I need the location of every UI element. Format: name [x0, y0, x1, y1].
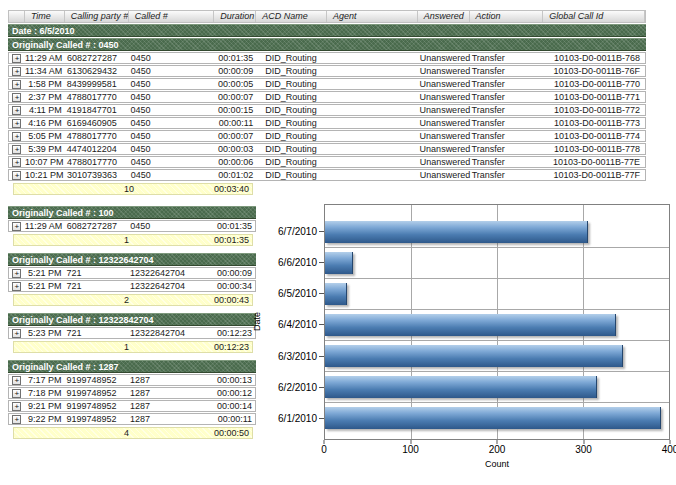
acd-name-cell: DID_Routing	[256, 53, 327, 63]
duration-cell: 00:01:02	[214, 170, 256, 180]
bar-6-5-2010	[325, 283, 347, 305]
chart-band	[325, 403, 669, 433]
duration-cell: 00:00:34	[213, 281, 255, 291]
table-row: +11:29 AM6082727287045000:01:35DID_Routi…	[8, 52, 646, 64]
group-summary-row: 1000:03:40	[13, 183, 253, 195]
time-cell: 5:21 PM	[25, 268, 65, 278]
expand-icon[interactable]: +	[12, 282, 21, 291]
expand-icon[interactable]: +	[12, 415, 21, 424]
time-cell: 9:22 PM	[25, 414, 65, 424]
global-call-id-cell: 10103-D0-0011B-773	[543, 118, 645, 128]
expand-icon[interactable]: +	[12, 158, 21, 167]
group-call-count: 1	[124, 342, 184, 352]
called-cell: 0450	[129, 105, 215, 115]
action-cell: Transfer	[470, 66, 544, 76]
time-cell: 4:16 PM	[25, 118, 65, 128]
duration-cell: 00:12:23	[213, 328, 255, 338]
expand-icon[interactable]: +	[12, 132, 21, 141]
column-header-time: Time	[25, 11, 65, 22]
calling-party-cell: 9199748952	[65, 414, 128, 424]
acd-name-cell: DID_Routing	[256, 131, 327, 141]
expand-cell: +	[9, 119, 25, 128]
expand-icon[interactable]: +	[12, 222, 21, 231]
expand-cell: +	[9, 171, 25, 180]
bar-chart: Date 6/7/20106/6/20106/5/20106/4/20106/3…	[250, 204, 674, 476]
table-row: +4:16 PM6169460905045000:00:11DID_Routin…	[8, 117, 646, 129]
column-header-calling-party-: Calling party #	[65, 11, 129, 22]
duration-cell: 00:00:03	[214, 144, 256, 154]
y-tick-row: 6/5/2010	[264, 278, 324, 309]
expand-icon[interactable]: +	[12, 54, 21, 63]
global-call-id-cell: 10103-D0-0011B-774	[543, 131, 645, 141]
table-header-row: TimeCalling party #Called #DurationACD N…	[8, 10, 646, 23]
table-row: +5:23 PM7211232284270400:12:23	[8, 327, 256, 339]
expand-cell: +	[9, 80, 25, 89]
called-cell: 1287	[128, 414, 213, 424]
group-total-duration: 00:12:23	[184, 342, 252, 352]
group-header-bar: Originally Called # : 100	[8, 206, 256, 219]
expand-icon[interactable]: +	[12, 67, 21, 76]
calling-party-cell: 6082727287	[65, 221, 128, 231]
called-cell: 12322842704	[128, 328, 213, 338]
duration-cell: 00:00:12	[213, 388, 255, 398]
expand-icon[interactable]: +	[12, 93, 21, 102]
expand-icon[interactable]: +	[12, 376, 21, 385]
expand-cell: +	[9, 329, 25, 338]
expand-cell: +	[9, 415, 25, 424]
expand-icon[interactable]: +	[12, 402, 21, 411]
x-tick-label: 100	[402, 444, 419, 455]
expand-icon[interactable]: +	[12, 80, 21, 89]
expand-cell: +	[9, 106, 25, 115]
bar-6-4-2010	[325, 314, 616, 336]
called-cell: 0450	[128, 221, 213, 231]
x-axis-title: Count	[324, 456, 670, 474]
answered-cell: Unanswered	[418, 92, 470, 102]
global-call-id-cell: 10103-D0-0011B-771	[543, 92, 645, 102]
acd-name-cell: DID_Routing	[256, 170, 327, 180]
table-row: +11:34 AM6130629432045000:00:09DID_Routi…	[8, 65, 646, 77]
column-header-action: Action	[470, 11, 544, 22]
table-row: +10:21 PM3010739363045000:01:02DID_Routi…	[8, 169, 646, 181]
called-cell: 0450	[129, 157, 215, 167]
y-tick-row: 6/3/2010	[264, 341, 324, 372]
called-cell: 1287	[128, 401, 213, 411]
bar-6-2-2010	[325, 376, 597, 398]
time-cell: 1:58 PM	[25, 79, 65, 89]
expand-icon[interactable]: +	[12, 106, 21, 115]
acd-name-cell: DID_Routing	[256, 144, 327, 154]
duration-cell: 00:00:11	[213, 414, 255, 424]
time-cell: 2:37 PM	[25, 92, 65, 102]
action-cell: Transfer	[470, 131, 544, 141]
y-tick-label: 6/4/2010	[278, 319, 317, 330]
call-group-section: Originally Called # : 12322642704+5:21 P…	[8, 253, 258, 306]
y-tick-row: 6/2/2010	[264, 372, 324, 403]
expand-icon[interactable]: +	[12, 389, 21, 398]
answered-cell: Unanswered	[418, 105, 470, 115]
expand-icon[interactable]: +	[12, 119, 21, 128]
called-cell: 0450	[129, 53, 215, 63]
expand-column-header	[9, 11, 25, 22]
acd-name-cell: DID_Routing	[256, 157, 327, 167]
calling-party-cell: 9199748952	[65, 401, 128, 411]
duration-cell: 00:00:15	[214, 105, 256, 115]
y-tick-label: 6/2/2010	[278, 382, 317, 393]
expand-icon[interactable]: +	[12, 171, 21, 180]
narrow-sections-host: Originally Called # : 100+11:29 AM608272…	[8, 206, 258, 446]
calling-party-cell: 8439999581	[65, 79, 129, 89]
column-header-acd-name: ACD Name	[256, 11, 327, 22]
answered-cell: Unanswered	[418, 66, 470, 76]
expand-icon[interactable]: +	[12, 145, 21, 154]
group-call-count: 1	[124, 235, 184, 245]
calling-party-cell: 6169460905	[65, 118, 129, 128]
column-header-called-: Called #	[129, 11, 215, 22]
expand-cell: +	[9, 93, 25, 102]
y-tick-row: 6/6/2010	[264, 247, 324, 278]
time-cell: 5:05 PM	[25, 131, 65, 141]
calling-party-cell: 4788017770	[65, 92, 129, 102]
y-tick-label: 6/5/2010	[278, 288, 317, 299]
called-cell: 0450	[129, 66, 215, 76]
group-total-duration: 00:01:35	[184, 235, 252, 245]
expand-icon[interactable]: +	[12, 329, 21, 338]
expand-icon[interactable]: +	[12, 269, 21, 278]
calling-party-cell: 9199748952	[65, 388, 128, 398]
